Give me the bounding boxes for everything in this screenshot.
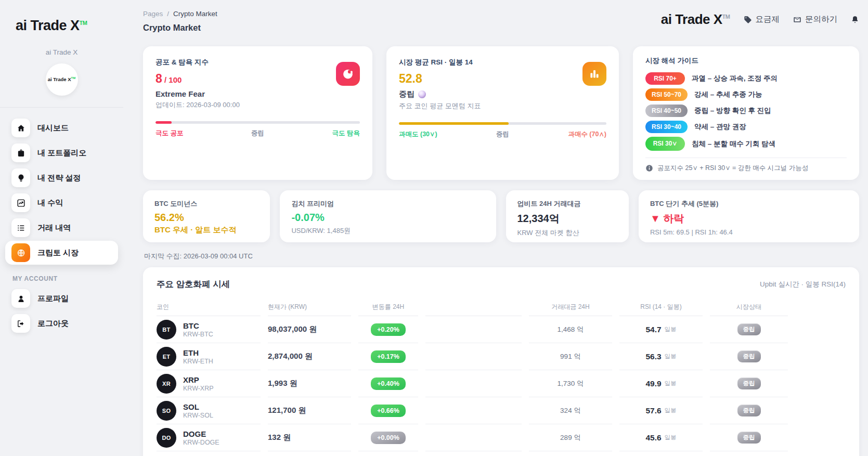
sidebar-item-내 전략 설정[interactable]: 내 전략 설정: [5, 166, 118, 190]
stat-card-value: ▼ 하락: [650, 212, 848, 226]
fear-greed-value: 8 / 100: [156, 72, 360, 86]
coin-price: 2,874,000 원: [268, 343, 351, 370]
guide-row-text: 침체 – 분할 매수 기회 탐색: [692, 139, 775, 149]
stat-card-subtext: RSI 5m: 69.5 | RSI 1h: 46.4: [650, 228, 848, 236]
market-rsi-value: 52.8: [399, 72, 606, 86]
stat-card-title: BTC 단기 추세 (5분봉): [650, 199, 848, 209]
breadcrumb-root[interactable]: Pages: [143, 10, 163, 18]
fear-greed-updated: 업데이트: 2026-03-09 00:00: [156, 100, 360, 110]
crypto-table-column-headers: 코인 현재가 (KRW) 변동률 24H 거래대금 24H RSI (14 · …: [143, 298, 859, 316]
stat-card-value: -0.07%: [291, 212, 484, 224]
market-state-badge: 중립: [737, 432, 761, 444]
user-icon: [11, 289, 30, 308]
market-rsi-scale: 과매도 (30∨) 중립 과매수 (70∧): [399, 130, 606, 139]
breadcrumb-current: Crypto Market: [173, 10, 217, 18]
rsi-range-badge: RSI 70+: [645, 72, 685, 85]
sidebar-item-크립토 시장[interactable]: 크립토 시장: [5, 241, 118, 265]
stat-card-value: 12,334억: [517, 212, 617, 226]
market-rsi-desc: 주요 코인 평균 모멘텀 지표: [399, 101, 606, 111]
col-header-volume: 거래대금 24H: [529, 298, 612, 316]
topbar-right: ai Trade XTM 요금제 문의하기: [661, 6, 859, 28]
coin-price: 132 원: [268, 424, 351, 451]
table-row-SOL: SO SOL KRW-SOL 121,700 원 +0.66% 324 억 57…: [143, 397, 859, 424]
stat-card-subtext: BTC 우세 · 알트 보수적: [154, 225, 258, 235]
crypto-table-card: 주요 암호화폐 시세 Upbit 실시간 · 일봉 RSI(14) 코인 현재가…: [143, 267, 859, 456]
sidebar-divider: [0, 107, 123, 108]
page-title: Crypto Market: [143, 23, 217, 33]
scale-extreme-greed: 극도 탐욕: [332, 129, 360, 138]
fear-greed-card: 공포 & 탐욕 지수 8 / 100 Extreme Fear 업데이트: 20…: [143, 46, 372, 180]
coin-rsi: 57.6: [645, 406, 661, 415]
sidebar-logo-text: ai Trade X: [16, 18, 80, 33]
sidebar-account-nav: 프로파일 로그아웃: [0, 286, 123, 335]
change-badge: +0.66%: [371, 405, 406, 417]
col-header-coin: 코인: [157, 298, 261, 316]
stat-card: 김치 프리미엄 -0.07% USD/KRW: 1,485원: [280, 190, 496, 242]
market-state-badge: 중립: [737, 377, 761, 389]
guide-row: RSI 70+ 과열 – 상승 과속, 조정 주의: [645, 72, 847, 85]
notifications-bell-icon[interactable]: [851, 16, 859, 24]
table-row-BTC: BT BTC KRW-BTC 98,037,000 원 +0.20% 1,468…: [143, 316, 859, 343]
fear-greed-progress-track: [156, 121, 360, 124]
briefcase-icon: [11, 144, 30, 162]
coin-rsi: 54.7: [645, 325, 661, 334]
home-icon: [11, 119, 30, 137]
market-rsi-card: 시장 평균 RSI · 일봉 14 52.8 중립 주요 코인 평균 모멘텀 지…: [386, 46, 619, 180]
coin-rsi: 49.9: [645, 379, 661, 388]
sidebar-logo[interactable]: ai Trade XTM: [0, 0, 123, 34]
col-header-spacer: [425, 298, 522, 316]
tag-icon: [744, 16, 752, 24]
coin-name: ETH: [183, 348, 213, 358]
coin-pair: KRW-DOGE: [183, 439, 219, 446]
table-row-DOGE: DO DOGE KRW-DOGE 132 원 +0.00% 289 억 45.6…: [143, 424, 859, 451]
sidebar: ai Trade XTM ai Trade X ai Trade XTM 대시보…: [0, 0, 123, 456]
coin-name: BTC: [183, 321, 213, 331]
sidebar-item-label: 거래 내역: [37, 223, 71, 233]
rsi-range-badge: RSI 50~70: [645, 88, 688, 101]
stat-card-title: 업비트 24H 거래대금: [517, 199, 617, 209]
change-badge: +0.40%: [371, 377, 406, 390]
coin-price: 1,993 원: [268, 370, 351, 397]
sidebar-item-내 포트폴리오[interactable]: 내 포트폴리오: [5, 141, 118, 165]
app-layout: ai Trade XTM ai Trade X ai Trade XTM 대시보…: [0, 0, 868, 456]
market-rsi-progress-track: [399, 122, 606, 125]
sidebar-item-label: 로그아웃: [37, 319, 69, 329]
sidebar-item-거래 내역[interactable]: 거래 내역: [5, 216, 118, 240]
fear-greed-label: Extreme Fear: [156, 89, 360, 98]
sidebar-item-프로파일[interactable]: 프로파일: [5, 286, 118, 310]
scale-extreme-fear: 극도 공포: [156, 129, 183, 138]
pricing-link[interactable]: 요금제: [744, 14, 780, 25]
sidebar-item-로그아웃[interactable]: 로그아웃: [5, 311, 118, 335]
col-header-rsi: RSI (14 · 일봉): [619, 298, 703, 316]
scale-neutral: 중립: [251, 129, 264, 138]
guide-row-text: 과열 – 상승 과속, 조정 주의: [692, 74, 778, 83]
stat-card: BTC 단기 추세 (5분봉) ▼ 하락 RSI 5m: 69.5 | RSI …: [639, 190, 859, 242]
avatar-brand-tm: TM: [71, 76, 76, 80]
logout-icon: [11, 314, 30, 333]
coin-avatar: BT: [157, 320, 176, 340]
crypto-table-title: 주요 암호화폐 시세: [157, 279, 230, 290]
scale-rsi-neutral: 중립: [496, 130, 509, 139]
market-state-badge: 중립: [737, 405, 761, 416]
coin-rsi-unit: 일봉: [665, 380, 677, 387]
coin-pair: KRW-XRP: [183, 385, 214, 392]
stat-card-value: 56.2%: [154, 212, 258, 224]
contact-link[interactable]: 문의하기: [793, 14, 837, 25]
fear-greed-title: 공포 & 탐욕 지수: [156, 58, 360, 67]
fear-greed-scale: 극도 공포 중립 극도 탐욕: [156, 129, 360, 138]
bar-chart-icon: [582, 62, 606, 86]
coin-rsi: 56.3: [645, 352, 661, 361]
market-state-badge: 중립: [737, 350, 761, 362]
lightbulb-icon: [11, 168, 30, 187]
sidebar-nav: 대시보드 내 포트폴리오 내 전략 설정 내 수익 거래 내역 크립토 시장: [0, 116, 123, 265]
guide-row: RSI 40~50 중립 – 방향 확인 후 진입: [645, 105, 847, 117]
sidebar-item-내 수익[interactable]: 내 수익: [5, 191, 118, 215]
coin-rsi-unit: 일봉: [665, 353, 677, 360]
row-spacer: [425, 343, 522, 370]
sidebar-logo-tm: TM: [80, 20, 87, 26]
scale-overbought: 과매수 (70∧): [568, 130, 606, 139]
sidebar-item-label: 대시보드: [37, 123, 69, 133]
market-guide-footnote: 공포지수 25∨ + RSI 30∨ = 강한 매수 시그널 가능성: [645, 158, 847, 173]
coin-volume: 324 억: [529, 397, 612, 424]
sidebar-item-대시보드[interactable]: 대시보드: [5, 116, 118, 140]
